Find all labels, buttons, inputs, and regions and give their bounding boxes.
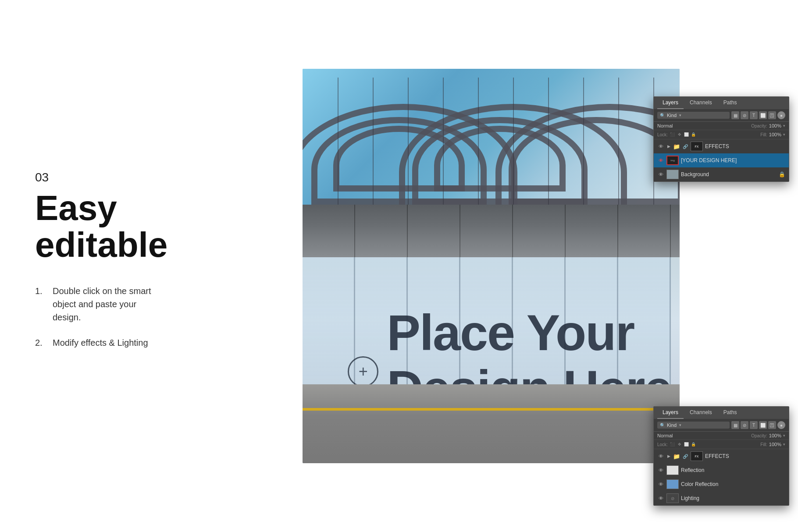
fx-icon-2[interactable]: ⊘ (741, 421, 748, 429)
sky-area (303, 69, 680, 218)
grid-line (408, 78, 409, 209)
lock-label-1: Lock: (657, 132, 668, 137)
thumb-color-reflection (666, 479, 679, 489)
smart-icon-1[interactable]: ⚿ (768, 111, 776, 119)
blend-mode-2[interactable]: Normal (657, 433, 749, 438)
tab-paths-1[interactable]: Paths (718, 97, 742, 109)
folder-icon-effects-1: 📁 (673, 143, 680, 149)
tab-paths-2[interactable]: Paths (718, 407, 742, 419)
smart-icon-2[interactable]: ⚿ (768, 421, 776, 429)
fill-label-2: Fill: (760, 442, 767, 447)
layer-name-effects-2: EFFECTS (705, 453, 785, 459)
left-panel: 03 Easy editable 1. Double click on the … (0, 0, 184, 532)
layer-name-color-reflection: Color Reflection (681, 481, 785, 487)
expand-effects-1[interactable]: ▶ (666, 144, 671, 149)
layer-icon-2[interactable]: ▦ (731, 421, 739, 429)
toolbar-icons-1: ▦ ⊘ T ⬜ ⚿ ● (731, 111, 785, 119)
expand-effects-2[interactable]: ▶ (666, 454, 671, 458)
lock-px-icon-2[interactable]: ⬛ (670, 441, 676, 447)
lock-art-icon[interactable]: ⬜ (684, 131, 690, 138)
instruction-2-number: 2. (35, 336, 53, 349)
fill-value-2[interactable]: 100% (769, 442, 781, 447)
text-icon-2[interactable]: T (750, 421, 758, 429)
lock-move-icon-2[interactable]: ✥ (677, 441, 683, 447)
layer-lighting[interactable]: 👁 ⊘ Lighting (654, 491, 789, 505)
lock-icons-1: ⬛ ✥ ⬜ 🔒 (670, 131, 697, 138)
panel-1-tabs: Layers Channels Paths (654, 97, 789, 109)
text-icon-1[interactable]: T (750, 111, 758, 119)
eye-icon-effects-2[interactable]: 👁 (657, 453, 664, 460)
blend-row-1: Normal Opacity: 100% ▾ (654, 122, 789, 130)
layer-name-reflection: Reflection (681, 467, 785, 473)
shape-icon-1[interactable]: ⬜ (759, 111, 767, 119)
metal-band (303, 205, 680, 257)
eye-icon-lighting[interactable]: 👁 (657, 495, 664, 502)
eye-icon-reflection[interactable]: 👁 (657, 467, 664, 474)
fill-value-1[interactable]: 100% (769, 132, 781, 137)
layer-name-bg-1: Background (681, 171, 777, 177)
tab-channels-1[interactable]: Channels (684, 97, 717, 109)
layer-reflection[interactable]: 👁 Reflection (654, 463, 789, 477)
search-kind-1[interactable]: 🔍 Kind ▾ (657, 112, 730, 119)
step-number: 03 (35, 170, 158, 184)
search-kind-2[interactable]: 🔍 Kind ▾ (657, 422, 730, 429)
thumb-bg-1 (666, 170, 679, 179)
opacity-label-1: Opacity: (751, 124, 767, 128)
fill-label-1: Fill: (760, 132, 767, 137)
opacity-value-1[interactable]: 100% (769, 123, 781, 128)
search-icon-2: 🔍 (660, 423, 665, 428)
layer-name-lighting: Lighting (681, 495, 785, 501)
layer-name-design-1: [YOUR DESIGN HERE] (681, 157, 785, 163)
layer-background-1[interactable]: 👁 Background 🔒 (654, 167, 789, 181)
eye-icon-design-1[interactable]: 👁 (657, 157, 664, 164)
grid-line (513, 78, 514, 209)
layers-panel-2: 02 Layers Channels Paths 🔍 Kind ▾ ▦ ⊘ T … (653, 406, 789, 506)
opacity-value-2[interactable]: 100% (769, 433, 781, 438)
lock-move-icon[interactable]: ✥ (677, 131, 683, 138)
grid-line (548, 78, 549, 209)
folder-icon-effects-2: 📁 (673, 453, 680, 459)
panel-2-toolbar: 🔍 Kind ▾ ▦ ⊘ T ⬜ ⚿ ● (654, 419, 789, 432)
circle-icon-2[interactable]: ● (777, 421, 785, 429)
blend-mode-1[interactable]: Normal (657, 123, 749, 128)
panel-1-toolbar: 🔍 Kind ▾ ▦ ⊘ T ⬜ ⚿ ● (654, 109, 789, 122)
main-title: Easy editable (35, 190, 158, 263)
lock-icons-2: ⬛ ✥ ⬜ 🔒 (670, 441, 697, 447)
main-image-area: Place Your Design Here. 01 Layers Channe… (184, 0, 798, 532)
eye-icon-bg-1[interactable]: 👁 (657, 171, 664, 178)
layers-panel-1: 01 Layers Channels Paths 🔍 Kind ▾ ▦ ⊘ T … (653, 96, 789, 182)
tab-channels-2[interactable]: Channels (684, 407, 717, 419)
lock-px-icon[interactable]: ⬛ (670, 131, 676, 138)
grid-line (338, 78, 338, 209)
lock-all-icon-2[interactable]: 🔒 (691, 441, 697, 447)
lock-all-icon[interactable]: 🔒 (691, 131, 697, 138)
grid-line (478, 78, 479, 209)
layer-effects-2[interactable]: 👁 ▶ 📁 🔗 FX EFFECTS (654, 449, 789, 463)
tab-layers-2[interactable]: Layers (657, 407, 684, 419)
layer-effects-1[interactable]: 👁 ▶ 📁 🔗 FX EFFECTS (654, 139, 789, 153)
eye-icon-effects-1[interactable]: 👁 (657, 143, 664, 150)
yellow-line (303, 408, 680, 411)
layer-icon-1[interactable]: ▦ (731, 111, 739, 119)
layer-color-reflection[interactable]: 👁 Color Reflection (654, 477, 789, 491)
opacity-arrows-2: ▾ (783, 433, 785, 438)
thumb-design-1: img (666, 156, 679, 165)
fx-icon-1[interactable]: ⊘ (741, 111, 748, 119)
fill-arrows-1: ▾ (783, 132, 785, 137)
panel-2-tabs: Layers Channels Paths (654, 407, 789, 419)
circle-icon-1[interactable]: ● (777, 111, 785, 119)
fill-arrows-2: ▾ (783, 442, 785, 447)
toolbar-icons-2: ▦ ⊘ T ⬜ ⚿ ● (731, 421, 785, 429)
kind-arrow-2: ▾ (679, 423, 681, 427)
shape-icon-2[interactable]: ⬜ (759, 421, 767, 429)
lock-art-icon-2[interactable]: ⬜ (684, 441, 690, 447)
instruction-1: 1. Double click on the smart object and … (35, 284, 158, 324)
glass-roof (303, 78, 680, 209)
kind-label-1: Kind (667, 113, 677, 118)
thumb-effects-1: FX (691, 142, 703, 151)
tab-layers-1[interactable]: Layers (657, 97, 684, 109)
thumb-effects-2: FX (691, 451, 703, 461)
layer-design-1[interactable]: 👁 img [YOUR DESIGN HERE] (654, 153, 789, 167)
eye-icon-color-reflection[interactable]: 👁 (657, 481, 664, 488)
kind-arrow-1: ▾ (679, 113, 681, 117)
